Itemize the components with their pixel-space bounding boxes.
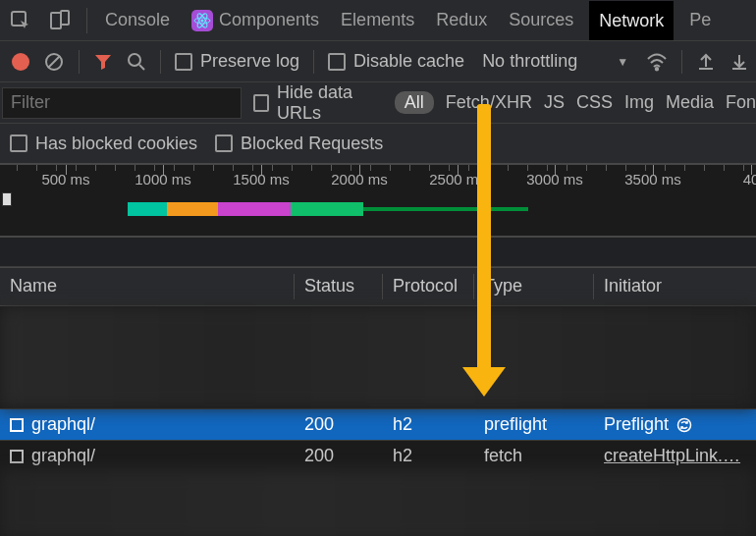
initiator-link[interactable]: createHttpLink.…: [604, 446, 740, 466]
timeline-ruler: 500 ms1000 ms1500 ms2000 ms2500 ms3000 m…: [0, 165, 756, 190]
tab-truncated[interactable]: Pe: [683, 8, 717, 32]
cell-protocol: h2: [383, 411, 474, 438]
tab-elements[interactable]: Elements: [335, 8, 420, 32]
col-status[interactable]: Status: [295, 268, 383, 305]
tab-label: Components: [219, 10, 319, 30]
redacted-rows: [0, 306, 756, 408]
table-row[interactable]: graphql/ 200 h2 fetch createHttpLink.…: [0, 440, 756, 471]
filter-type-all[interactable]: All: [395, 91, 434, 114]
tab-sources[interactable]: Sources: [503, 8, 579, 32]
chevron-down-icon[interactable]: ▼: [617, 55, 628, 69]
redacted-rows: [0, 471, 756, 536]
import-har-icon[interactable]: [696, 52, 716, 72]
inspect-element-icon[interactable]: [6, 6, 35, 35]
hide-data-urls-checkbox[interactable]: Hide data URLs: [253, 82, 383, 124]
favicon-placeholder-icon: [10, 450, 24, 463]
filter-input[interactable]: [2, 87, 242, 119]
filter-type-js[interactable]: JS: [544, 92, 565, 113]
preserve-log-checkbox[interactable]: Preserve log: [175, 51, 299, 72]
timeline-thin-bar: [363, 207, 528, 211]
svg-point-12: [656, 68, 658, 70]
cell-name: graphql/: [0, 443, 295, 469]
filter-type-css[interactable]: CSS: [576, 92, 613, 113]
devtools-tabbar: Console Components Elements Redux Source…: [0, 0, 756, 41]
filter-type-fetch-xhr[interactable]: Fetch/XHR: [446, 92, 532, 113]
table-header: Name Status Protocol Type Initiator: [0, 267, 756, 306]
table-row[interactable]: graphql/ 200 h2 preflight Preflight: [0, 408, 756, 440]
svg-rect-1: [51, 13, 61, 28]
separator: [160, 50, 161, 74]
checkbox-label: Has blocked cookies: [35, 134, 197, 154]
react-icon: [191, 10, 213, 31]
record-button[interactable]: [12, 53, 29, 71]
svg-line-9: [48, 56, 60, 68]
svg-point-15: [678, 418, 691, 431]
cell-name: graphql/: [0, 411, 295, 438]
cell-status: 200: [295, 443, 383, 469]
col-name[interactable]: Name: [0, 268, 295, 305]
col-type[interactable]: Type: [474, 268, 594, 305]
checkbox-icon: [175, 53, 192, 71]
svg-point-10: [129, 54, 140, 66]
checkbox-icon: [253, 94, 269, 112]
checkbox-label: Blocked Requests: [241, 134, 383, 154]
disable-cache-checkbox[interactable]: Disable cache: [328, 51, 464, 72]
svg-point-4: [200, 19, 203, 22]
export-har-icon[interactable]: [729, 52, 749, 72]
col-protocol[interactable]: Protocol: [383, 268, 474, 305]
timeline-spacer: [0, 238, 756, 267]
cell-initiator: createHttpLink.…: [594, 443, 756, 469]
checkbox-label: Preserve log: [200, 51, 299, 72]
throttle-label: No throttling: [482, 51, 577, 72]
separator: [313, 50, 314, 74]
col-initiator[interactable]: Initiator: [594, 268, 756, 305]
network-conditions-icon[interactable]: [646, 51, 668, 73]
clear-icon[interactable]: [43, 51, 65, 73]
blocked-requests-checkbox[interactable]: Blocked Requests: [215, 134, 383, 154]
separator: [79, 50, 80, 74]
request-table: graphql/ 200 h2 preflight Preflight grap…: [0, 306, 756, 536]
cell-protocol: h2: [383, 443, 474, 469]
search-icon[interactable]: [127, 52, 146, 72]
filter-type-media[interactable]: Media: [666, 92, 714, 113]
filter-type-font[interactable]: Fon: [726, 92, 756, 113]
checkbox-icon: [328, 53, 346, 71]
favicon-placeholder-icon: [10, 418, 24, 432]
timeline-overview[interactable]: 500 ms1000 ms1500 ms2000 ms2500 ms3000 m…: [0, 165, 756, 238]
cell-type: fetch: [474, 443, 594, 469]
svg-line-11: [139, 65, 144, 70]
checkbox-label: Hide data URLs: [277, 82, 383, 124]
device-toggle-icon[interactable]: [45, 6, 75, 35]
filter-funnel-icon[interactable]: [93, 52, 113, 72]
cell-status: 200: [295, 411, 383, 438]
separator: [86, 8, 87, 33]
checkbox-label: Disable cache: [353, 51, 464, 72]
separator: [681, 50, 682, 74]
network-toolbar: Preserve log Disable cache No throttling…: [0, 41, 756, 82]
blocked-cookies-checkbox[interactable]: Has blocked cookies: [10, 134, 197, 154]
preflight-link-icon[interactable]: [676, 417, 692, 433]
checkbox-icon: [215, 134, 233, 152]
checkbox-icon: [10, 134, 27, 152]
tab-components[interactable]: Components: [186, 8, 325, 33]
tab-redux[interactable]: Redux: [430, 8, 493, 32]
svg-rect-2: [61, 11, 69, 25]
cell-type: preflight: [474, 411, 594, 438]
filter-bar: Hide data URLs All Fetch/XHR JS CSS Img …: [0, 82, 756, 124]
tab-console[interactable]: Console: [99, 8, 176, 32]
filter-bar-2: Has blocked cookies Blocked Requests: [0, 124, 756, 165]
throttling-select[interactable]: No throttling: [482, 51, 577, 72]
tab-network[interactable]: Network: [589, 1, 674, 40]
filter-type-img[interactable]: Img: [624, 92, 654, 113]
cell-initiator: Preflight: [594, 411, 756, 438]
